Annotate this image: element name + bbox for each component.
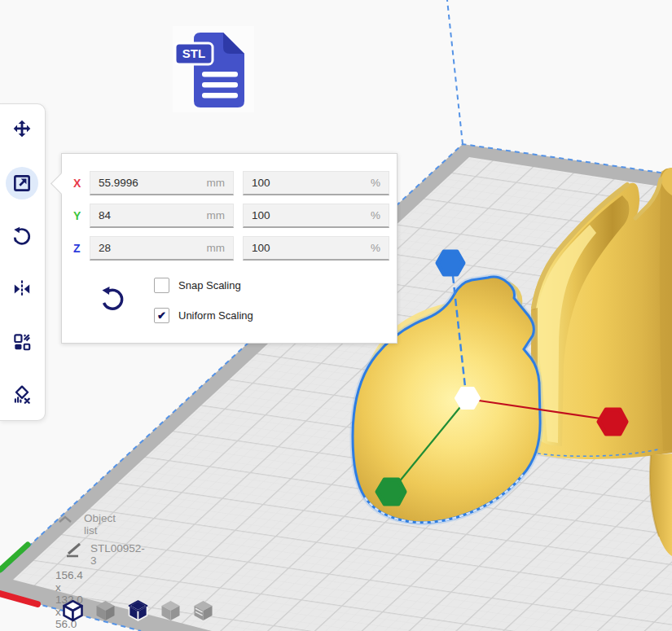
tool-sidebar (0, 103, 46, 421)
uniform-scaling-label: Uniform Scaling (178, 309, 253, 322)
scale-x-mm-input[interactable]: 55.9996 mm (90, 171, 234, 195)
stl-badge-label: STL (182, 46, 205, 60)
axis-label-z: Z (73, 242, 90, 255)
scale-z-percent-value: 100 (252, 242, 270, 254)
scale-icon (11, 173, 33, 194)
mirror-icon (11, 278, 33, 300)
scale-z-mm-input[interactable]: 28 mm (90, 236, 234, 261)
view-front-button[interactable] (92, 597, 119, 624)
cube-front-icon (92, 597, 119, 624)
scale-y-mm-value: 84 (99, 209, 111, 221)
scale-z-mm-unit: mm (207, 242, 226, 254)
stl-file-icon: STL (173, 26, 254, 112)
scale-handle-y[interactable] (377, 480, 405, 504)
rotate-tool-button[interactable] (6, 220, 38, 252)
scale-handle-center[interactable] (456, 388, 479, 408)
uniform-scaling-checkbox-row[interactable]: ✔ Uniform Scaling (154, 308, 253, 323)
axis-label-x: X (73, 177, 90, 190)
cube-left-icon (157, 597, 184, 624)
scale-y-percent-unit: % (371, 209, 380, 221)
support-blocker-icon (11, 384, 33, 405)
scale-handle-x[interactable] (599, 410, 626, 434)
scale-y-mm-unit: mm (207, 209, 226, 221)
scale-y-percent-value: 100 (252, 209, 270, 221)
uniform-scaling-checkbox[interactable]: ✔ (154, 308, 169, 323)
reset-scale-button[interactable] (99, 286, 125, 313)
object-list-title: Object list (84, 512, 116, 537)
object-list-collapse-button[interactable] (58, 515, 72, 527)
snap-scaling-label: Snap Scaling (178, 279, 241, 291)
view-3d-button[interactable] (59, 597, 86, 624)
scale-y-percent-input[interactable]: 100 % (243, 204, 389, 228)
per-model-settings-button[interactable] (6, 326, 38, 358)
scale-z-percent-input[interactable]: 100 % (243, 236, 389, 261)
scale-x-percent-input[interactable]: 100 % (243, 171, 389, 195)
uniform-check-mark: ✔ (157, 310, 166, 321)
cube-top-icon (125, 597, 152, 624)
chevron-up-icon (58, 515, 72, 524)
view-right-button[interactable] (190, 597, 217, 624)
scale-panel: X 55.9996 mm 100 % Y 84 mm 100 % Z 28 mm… (61, 153, 397, 344)
mirror-tool-button[interactable] (6, 273, 38, 305)
support-blocker-button[interactable] (6, 379, 38, 411)
cube-3d-icon (59, 597, 86, 624)
scale-tool-button[interactable] (6, 167, 38, 199)
object-list-item[interactable]: STL00952-3 (90, 542, 145, 567)
snap-scaling-checkbox-row[interactable]: Snap Scaling (154, 278, 241, 293)
scale-z-percent-unit: % (371, 242, 380, 254)
snap-scaling-checkbox[interactable] (154, 278, 169, 293)
scale-y-mm-input[interactable]: 84 mm (90, 204, 234, 228)
axis-label-y: Y (73, 209, 90, 222)
edit-icon (64, 541, 85, 563)
scale-handle-z[interactable] (437, 252, 463, 274)
per-model-settings-icon (11, 331, 33, 353)
cube-right-icon (190, 597, 217, 624)
view-left-button[interactable] (157, 597, 184, 624)
move-icon (11, 119, 33, 140)
rotate-icon (11, 226, 33, 247)
scale-x-percent-unit: % (371, 177, 380, 189)
scale-x-mm-value: 55.9996 (99, 177, 138, 189)
scale-x-mm-unit: mm (207, 177, 226, 189)
reset-icon (99, 286, 125, 313)
move-tool-button[interactable] (6, 113, 38, 146)
scale-x-percent-value: 100 (252, 177, 270, 189)
view-top-button[interactable] (125, 597, 152, 624)
scale-z-mm-value: 28 (99, 242, 111, 254)
camera-view-bar (59, 597, 217, 624)
